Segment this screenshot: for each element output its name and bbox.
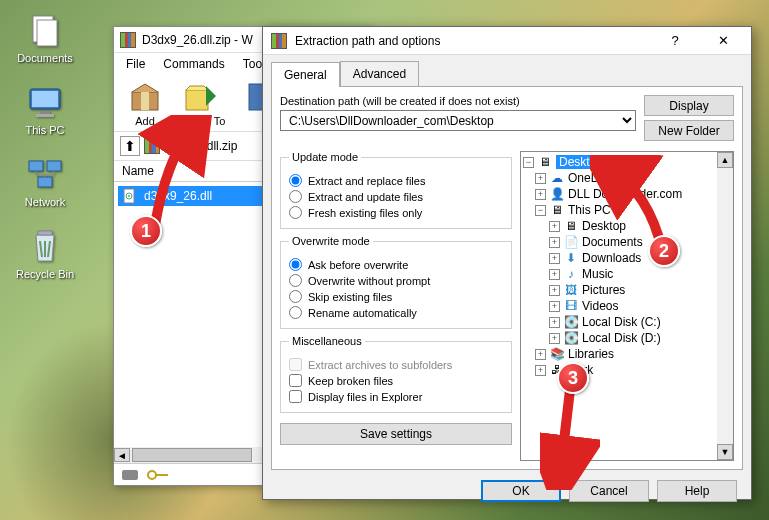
dialog-titlebar[interactable]: Extraction path and options ? ✕ (263, 27, 751, 55)
check-keep-broken[interactable]: Keep broken files (289, 374, 503, 387)
svg-rect-17 (122, 470, 138, 480)
menu-file[interactable]: File (118, 55, 153, 73)
svg-rect-1 (37, 20, 57, 46)
status-key-icon (146, 468, 170, 482)
help-button-bottom[interactable]: Help (657, 480, 737, 502)
svg-rect-5 (36, 114, 54, 117)
update-mode-group: Update mode Extract and replace files Ex… (280, 151, 512, 229)
tab-advanced[interactable]: Advanced (340, 61, 419, 86)
svg-rect-6 (29, 161, 43, 171)
desktop-icon-documents[interactable]: Documents (10, 10, 80, 64)
status-disk-icon (120, 468, 140, 482)
desktop-icons: Documents This PC Network Recycle Bin (10, 10, 80, 280)
tree-network[interactable]: +🖧work (521, 362, 733, 378)
close-button[interactable]: ✕ (703, 27, 743, 55)
svg-rect-9 (38, 231, 52, 235)
radio-skip-existing[interactable]: Skip existing files (289, 290, 503, 303)
radio-extract-replace[interactable]: Extract and replace files (289, 174, 503, 187)
svg-point-18 (148, 471, 156, 479)
radio-ask-before[interactable]: Ask before overwrite (289, 258, 503, 271)
tree-music[interactable]: +♪Music (521, 266, 733, 282)
svg-rect-4 (40, 111, 50, 114)
radio-extract-update[interactable]: Extract and update files (289, 190, 503, 203)
help-button[interactable]: ? (655, 27, 695, 55)
tree-pictures[interactable]: +🖼Pictures (521, 282, 733, 298)
svg-rect-12 (186, 90, 208, 110)
winrar-title-text: D3dx9_26.dll.zip - W (142, 33, 253, 47)
desktop-icon-network[interactable]: Network (10, 154, 80, 208)
tab-body: Destination path (will be created if doe… (271, 86, 743, 470)
annotation-step-1: 1 (130, 215, 162, 247)
overwrite-mode-group: Overwrite mode Ask before overwrite Over… (280, 235, 512, 329)
dialog-tabs: General Advanced (263, 55, 751, 86)
dialog-title-text: Extraction path and options (295, 34, 440, 48)
check-subfolders[interactable]: Extract archives to subfolders (289, 358, 503, 371)
svg-rect-3 (32, 91, 58, 107)
tree-local-c[interactable]: +💽Local Disk (C:) (521, 314, 733, 330)
tree-videos[interactable]: +🎞Videos (521, 298, 733, 314)
tree-vertical-scrollbar[interactable]: ▲▼ (717, 152, 733, 460)
radio-rename-auto[interactable]: Rename automatically (289, 306, 503, 319)
annotation-step-3: 3 (557, 362, 589, 394)
svg-rect-11 (141, 92, 149, 110)
destination-label: Destination path (will be created if doe… (280, 95, 636, 107)
radio-overwrite-noprompt[interactable]: Overwrite without prompt (289, 274, 503, 287)
svg-point-16 (128, 195, 130, 197)
menu-commands[interactable]: Commands (155, 55, 232, 73)
radio-fresh-only[interactable]: Fresh existing files only (289, 206, 503, 219)
svg-rect-19 (156, 474, 168, 476)
desktop-icon-this-pc[interactable]: This PC (10, 82, 80, 136)
tab-general[interactable]: General (271, 62, 340, 87)
winrar-icon (120, 32, 136, 48)
display-button[interactable]: Display (644, 95, 734, 116)
destination-path-input[interactable]: C:\Users\DllDownloader_com\Desktop (280, 110, 636, 131)
tree-local-d[interactable]: +💽Local Disk (D:) (521, 330, 733, 346)
dialog-icon (271, 33, 287, 49)
misc-group: Miscellaneous Extract archives to subfol… (280, 335, 512, 413)
desktop-icon-recycle-bin[interactable]: Recycle Bin (10, 226, 80, 280)
dialog-buttons: OK Cancel Help (263, 470, 751, 512)
svg-rect-8 (38, 177, 52, 187)
annotation-arrow-3 (540, 380, 600, 490)
tree-libraries[interactable]: +📚Libraries (521, 346, 733, 362)
svg-rect-7 (47, 161, 61, 171)
save-settings-button[interactable]: Save settings (280, 423, 512, 445)
new-folder-button[interactable]: New Folder (644, 120, 734, 141)
check-display-explorer[interactable]: Display files in Explorer (289, 390, 503, 403)
annotation-step-2: 2 (648, 235, 680, 267)
